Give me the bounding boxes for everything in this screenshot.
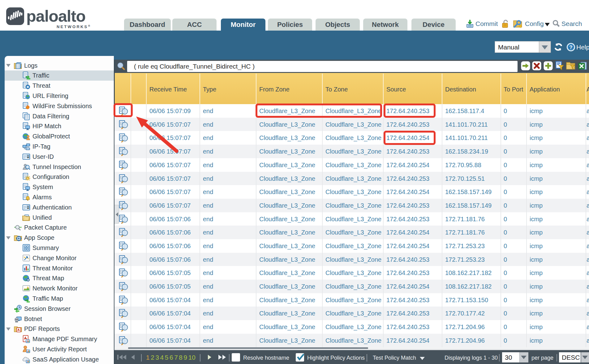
svg-text:?: ? xyxy=(569,44,572,50)
